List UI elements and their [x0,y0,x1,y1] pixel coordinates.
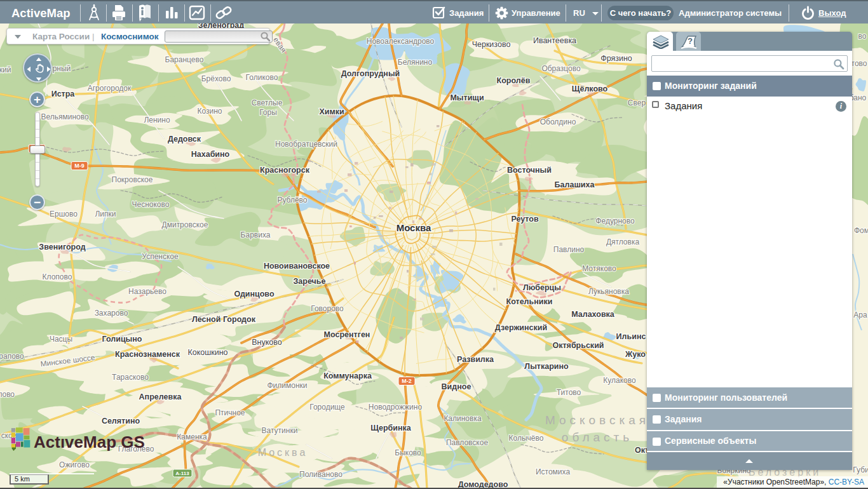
svg-text:Котельники: Котельники [506,297,553,306]
svg-text:Долгопрудный: Долгопрудный [341,69,400,78]
svg-text:Поливаново: Поливаново [299,470,342,479]
svg-text:Вельяминово: Вельяминово [41,112,89,121]
svg-text:Образцово: Образцово [541,64,581,73]
svg-text:Внуково: Внуково [252,338,282,347]
svg-text:Брёхово: Брёхово [201,74,231,83]
svg-text:Люберцы: Люберцы [523,283,561,292]
svg-text:Клопово: Клопово [43,272,72,281]
svg-text:М-9: М-9 [74,163,85,169]
svg-text:Лесной Городок: Лесной Городок [192,315,256,324]
svg-text:Фрязино: Фрязино [600,54,632,63]
svg-text:Филимонки: Филимонки [267,381,307,390]
svg-text:Лыткарино: Лыткарино [524,362,569,371]
svg-text:Фом: Фом [854,226,868,235]
svg-text:Звенигород: Звенигород [39,243,85,251]
svg-text:Титово: Титово [557,388,581,397]
svg-text:Балашиха: Балашиха [555,180,595,189]
svg-text:Городище: Городище [309,403,345,412]
svg-text:Колычёво: Колычёво [509,434,544,443]
svg-text:Коммунарка: Коммунарка [323,372,372,380]
svg-text:Дмитровское: Дмитровское [162,220,208,229]
svg-text:Щербинка: Щербинка [370,424,412,432]
svg-text:?: ? [688,36,693,46]
svg-text:Свер: Свер [628,98,646,107]
svg-text:Жуко: Жуко [625,350,646,359]
svg-text:Лукьяновка: Лукьяновка [588,287,629,296]
svg-text:Тарасково: Тарасково [112,373,149,382]
svg-text:Козино: Козино [197,107,222,116]
svg-text:Химки: Химки [319,107,344,116]
svg-text:Часцы: Часцы [50,335,72,344]
svg-text:Голиково: Голиково [246,73,278,82]
svg-text:Говорово: Говорово [311,304,344,313]
svg-text:Черкизово: Черкизово [472,40,511,49]
svg-text:Белянино: Белянино [398,58,433,67]
svg-text:Ленино: Ленино [144,116,170,124]
svg-text:Одинцово: Одинцово [234,290,274,298]
svg-text:Москва: Москва [397,222,431,233]
svg-text:Апрелевка: Апрелевка [139,392,182,401]
svg-text:Видное: Видное [442,382,471,391]
svg-text:Барвиха: Барвиха [241,231,271,239]
svg-text:Дедовск: Дедовск [168,135,201,144]
svg-text:Новодрожжино: Новодрожжино [369,403,423,412]
svg-text:М-2: М-2 [402,378,412,384]
svg-text:Заречье: Заречье [294,277,326,286]
svg-text:Реутов: Реутов [511,215,539,224]
svg-text:Октябрьский: Октябрьский [552,341,604,350]
svg-text:Нахабино: Нахабино [191,150,230,159]
svg-text:Развилка: Развилка [457,355,494,364]
svg-text:Губи: Губи [853,466,868,474]
svg-text:Голицыно: Голицыно [102,335,142,344]
svg-text:Горы: Горы [259,108,277,117]
svg-text:Ара: Ара [853,311,867,319]
svg-text:Чесноково: Чесноково [132,200,170,209]
svg-text:Птичное: Птичное [215,408,245,417]
svg-text:Мосрентген: Мосрентген [324,330,370,339]
svg-text:Краснознаменск: Краснознаменск [115,350,180,359]
svg-text:Оболдино: Оболдино [540,117,576,126]
svg-text:Агрогородок: Агрогородок [88,84,132,93]
svg-text:Дятловка: Дятловка [606,238,640,246]
svg-text:Ершово: Ершово [50,210,78,218]
svg-text:во: во [858,32,867,41]
svg-text:Рублёво: Рублёво [277,196,307,204]
svg-text:Истра: Истра [51,90,76,98]
svg-text:Кокошкино: Кокошкино [187,348,227,357]
svg-text:Малаховка: Малаховка [571,310,615,319]
svg-text:Павлино: Павлино [553,245,585,254]
svg-text:тово: тово [851,59,867,68]
svg-text:Щёлково: Щёлково [572,84,608,93]
svg-text:Истомиха: Истомиха [536,467,570,476]
svg-text:Светлые: Светлые [252,98,283,107]
svg-text:Новоивановское: Новоивановское [264,262,330,271]
svg-text:Назарьево: Назарьево [128,287,166,296]
svg-text:рный: рный [53,64,71,73]
svg-text:Ивантеевка: Ивантеевка [533,36,576,45]
svg-text:пово: пово [0,390,15,399]
svg-text:Королёв: Королёв [497,76,531,85]
svg-text:Баранцево: Баранцево [165,55,204,64]
svg-text:Федурново: Федурново [595,217,635,225]
svg-text:Липки: Липки [95,210,116,218]
svg-text:Покровское: Покровское [112,175,153,184]
svg-text:Кулаково: Кулаково [603,376,636,385]
svg-text:Павловское: Павловское [446,438,489,447]
svg-text:Ожигово: Ожигово [59,460,90,469]
svg-text:Ильинс: Ильинс [616,332,646,341]
svg-text:Красногорск: Красногорск [260,166,310,175]
svg-text:область: область [562,431,633,444]
svg-text:Захарово: Захарово [95,309,128,318]
svg-text:Московская: Московская [545,413,649,427]
svg-text:Новоалександрово: Новоалександрово [367,37,435,46]
svg-text:кий: кий [0,65,11,74]
svg-text:Дзержинский: Дзержинский [495,323,547,332]
svg-text:Восточный: Восточный [507,166,552,175]
svg-text:Мотяково: Мотяково [582,264,616,273]
svg-text:Новобратцевский: Новобратцевский [275,140,337,149]
svg-text:Быково: Быково [395,448,421,457]
svg-text:Калиновка: Калиновка [444,414,482,423]
svg-text:Мытищи: Мытищи [450,93,484,102]
svg-text:Успенское: Успенское [142,252,179,261]
svg-text:А-113: А-113 [175,471,189,476]
